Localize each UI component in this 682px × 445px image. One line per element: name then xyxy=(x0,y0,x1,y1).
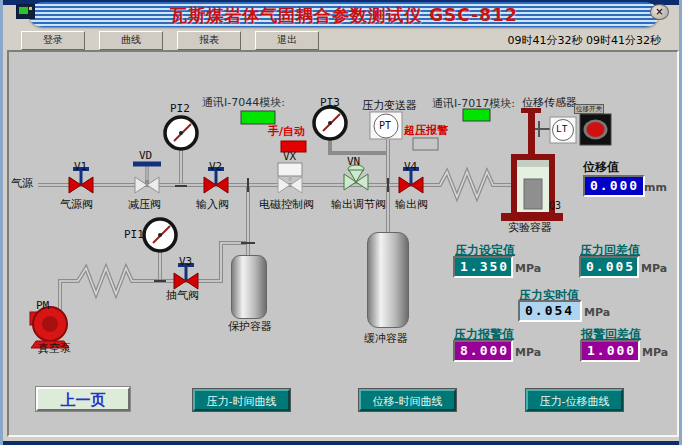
v1-tag: V1 xyxy=(74,161,87,173)
pump-name: 真空泵 xyxy=(38,343,71,355)
prev-page-button[interactable]: 上一页 xyxy=(36,387,130,411)
displacement-switch-button[interactable] xyxy=(580,114,611,145)
pressure-hysteresis-value[interactable]: 0.005 xyxy=(579,256,639,278)
window-bottom-edge xyxy=(3,441,682,445)
q1-name: 保护容器 xyxy=(228,321,272,333)
vd-tag: VD xyxy=(139,150,152,162)
pt-tag: PT xyxy=(379,120,391,131)
q2-name: 缓冲容器 xyxy=(364,333,408,345)
v4-name: 输出阀 xyxy=(395,199,428,211)
gauge-pi3 xyxy=(314,107,346,139)
displacement-label: 位移值 xyxy=(583,161,619,174)
protection-vessel xyxy=(231,255,267,319)
pressure-displacement-curve-button[interactable]: 压力-位移曲线 xyxy=(526,389,623,411)
pi3-tag: PI3 xyxy=(320,97,340,109)
buffer-vessel xyxy=(367,232,409,328)
vx-tag: VX xyxy=(283,151,296,163)
app-window: 瓦斯煤岩体气固耦合参数测试仪 GSC-812 × 登录 曲线 报表 退出 09时… xyxy=(0,0,682,445)
v3-name: 抽气阀 xyxy=(166,290,199,302)
overpressure-alarm-label: 超压报警 xyxy=(404,125,448,137)
v3-tag: V3 xyxy=(179,256,192,268)
vn-name: 输出调节阀 xyxy=(331,199,386,211)
pressure-realtime-value: 0.054 xyxy=(518,300,582,322)
pressure-alarm-unit: MPa xyxy=(515,346,541,359)
pressure-set-value[interactable]: 1.350 xyxy=(453,256,513,278)
v1-name: 气源阀 xyxy=(60,199,93,211)
displacement-switch-label: 位移开关 xyxy=(574,104,604,114)
displacement-value: 0.000 xyxy=(583,175,645,197)
valve-v3[interactable] xyxy=(174,265,198,289)
v4-tag: V4 xyxy=(404,161,417,173)
pressure-alarm-value[interactable]: 8.000 xyxy=(453,340,513,362)
displacement-sensor-label: 位移传感器 xyxy=(522,97,577,109)
pressure-hysteresis-unit: MPa xyxy=(641,262,667,275)
alarm-hysteresis-value[interactable]: 1.000 xyxy=(580,340,640,362)
q3-tag: Q3 xyxy=(549,200,561,211)
schematic-svg xyxy=(3,0,682,445)
lt-tag: LT xyxy=(556,124,567,134)
led-7017-icon xyxy=(463,109,490,121)
v2-tag: V2 xyxy=(209,161,222,173)
v2-name: 输入阀 xyxy=(196,199,229,211)
vn-tag: VN xyxy=(347,156,360,168)
led-7044-icon xyxy=(241,111,275,124)
manual-auto-label: 手/自动 xyxy=(268,126,305,138)
displacement-unit: mm xyxy=(644,181,667,194)
gauge-pi2 xyxy=(165,117,197,149)
displacement-time-curve-button[interactable]: 位移-时间曲线 xyxy=(359,389,456,411)
vd-name: 减压阀 xyxy=(128,199,161,211)
transmitter-label: 压力变送器 xyxy=(362,100,417,112)
valve-vd[interactable] xyxy=(133,164,161,193)
module-7017-label: 通讯I-7017模块: xyxy=(432,98,515,110)
pressure-realtime-unit: MPa xyxy=(584,306,610,319)
vx-name: 电磁控制阀 xyxy=(259,199,314,211)
pressure-time-curve-button[interactable]: 压力-时间曲线 xyxy=(193,389,290,411)
pi2-tag: PI2 xyxy=(170,103,190,115)
pressure-set-unit: MPa xyxy=(515,262,541,275)
pi1-tag: PI1 xyxy=(124,229,144,241)
gas-source-label: 气源 xyxy=(11,178,33,190)
alarm-hysteresis-unit: MPa xyxy=(642,346,668,359)
overpressure-alarm-indicator xyxy=(413,138,438,150)
gauge-pi1 xyxy=(144,219,176,251)
module-7044-label: 通讯I-7044模块: xyxy=(202,97,285,109)
q3-name: 实验容器 xyxy=(508,222,552,234)
pump-tag: PM xyxy=(36,300,49,312)
valve-vx[interactable] xyxy=(278,163,302,193)
